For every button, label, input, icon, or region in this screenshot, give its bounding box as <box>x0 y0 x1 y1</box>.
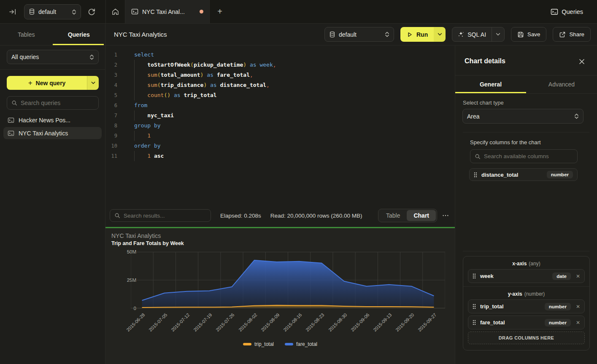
results-search-input[interactable]: Search results... <box>110 209 211 222</box>
database-selector[interactable]: default <box>24 4 81 19</box>
y-axis-column-trip_total[interactable]: trip_totalnumber✕ <box>468 299 585 313</box>
toolbar-database-selector[interactable]: default <box>324 27 394 42</box>
search-icon <box>11 100 17 106</box>
run-button[interactable]: Run <box>400 27 434 42</box>
editor-line: 11 1 asc <box>105 151 455 161</box>
query-icon <box>8 130 14 136</box>
column-name: distance_total <box>481 172 543 178</box>
query-item-label: NYC Taxi Analytics <box>19 130 68 137</box>
x-axis-header: x-axis(any) <box>463 261 589 267</box>
new-tab-button[interactable]: + <box>210 0 230 23</box>
view-toggle-chart[interactable]: Chart <box>407 210 436 221</box>
query-list-item[interactable]: Hacker News Pos... <box>3 114 102 126</box>
legend-item-fare_total[interactable]: fare_total <box>285 341 317 347</box>
x-axis-tick: 2015-07-05 <box>148 312 168 332</box>
sql-editor[interactable]: 1select2 toStartOfWeek(pickup_datetime) … <box>105 46 455 205</box>
new-query-options-button[interactable] <box>87 76 99 90</box>
view-toggle-table[interactable]: Table <box>379 210 407 221</box>
drag-handle-icon[interactable] <box>473 320 476 325</box>
y-axis-drop-area[interactable]: trip_totalnumber✕fare_totalnumber✕ <box>463 297 589 329</box>
editor-line: 10order by <box>105 141 455 151</box>
remove-icon[interactable]: ✕ <box>576 273 580 279</box>
x-axis-hint: (any) <box>529 261 540 267</box>
panel-tab-advanced[interactable]: Advanced <box>526 75 597 93</box>
y-axis-column-fare_total[interactable]: fare_totalnumber✕ <box>468 315 585 329</box>
home-tab-button[interactable] <box>105 0 125 23</box>
save-button[interactable]: Save <box>511 27 546 42</box>
remove-icon[interactable]: ✕ <box>576 320 580 326</box>
collapse-sidebar-button[interactable] <box>8 7 18 17</box>
drag-columns-drop-zone[interactable]: DRAG COLUMNS HERE <box>468 332 585 344</box>
x-axis-tick: 2015-08-09 <box>260 312 280 332</box>
x-axis-tick: 2015-09-13 <box>372 312 392 332</box>
query-filter-select[interactable]: All queries <box>7 50 99 64</box>
x-axis-tick: 2015-06-28 <box>125 312 146 332</box>
run-options-button[interactable] <box>434 27 446 42</box>
columns-search-input[interactable]: Search available columns <box>470 149 578 163</box>
sidebar-tab-tables[interactable]: Tables <box>0 24 53 45</box>
drag-handle-icon[interactable] <box>473 273 476 279</box>
line-number: 5 <box>105 90 117 100</box>
x-axis-tick: 2015-08-30 <box>327 312 348 332</box>
chart-type-value: Area <box>467 113 571 120</box>
results-bar: Search results... Elapsed: 0.208s Read: … <box>105 205 455 226</box>
legend-swatch <box>285 343 293 345</box>
share-button-label: Share <box>569 31 584 38</box>
chart-block: NYC Taxi Analytics Trip and Fare Totals … <box>105 228 455 364</box>
chart-type-select[interactable]: Area <box>462 109 583 124</box>
elapsed-stat: Elapsed: 0.208s <box>220 213 261 219</box>
axes-configuration-box: x-axis(any) weekdate✕ y-axis(number) tri… <box>463 256 590 351</box>
line-number: 1 <box>105 50 117 60</box>
tab-nyc-taxi-analytics[interactable]: NYC Taxi Anal... <box>125 0 210 23</box>
drag-handle-icon[interactable] <box>474 172 477 178</box>
database-selector-value: default <box>38 8 68 15</box>
sidebar-tab-queries[interactable]: Queries <box>53 24 105 45</box>
legend-label: trip_total <box>254 341 274 347</box>
x-axis-column-week[interactable]: weekdate✕ <box>468 269 585 283</box>
x-axis-tick: 2015-08-02 <box>238 312 258 332</box>
columns-search-placeholder: Search available columns <box>484 153 549 159</box>
available-column-distance_total[interactable]: distance_totalnumber <box>469 168 578 181</box>
editor-line: 7 nyc_taxi <box>105 111 455 121</box>
line-number: 11 <box>105 151 117 161</box>
panel-close-button[interactable] <box>578 57 586 66</box>
chevron-updown-icon <box>72 9 76 15</box>
query-icon <box>8 117 14 123</box>
share-button[interactable]: Share <box>553 27 591 42</box>
sql-ai-button[interactable]: SQL AI <box>452 27 492 41</box>
code-text: group by <box>122 121 161 131</box>
column-type-badge: number <box>547 171 573 178</box>
editor-line: 9 1 <box>105 131 455 141</box>
sidebar-search-input[interactable]: Search queries <box>7 96 99 110</box>
x-axis-drop-area[interactable]: weekdate✕ <box>463 267 589 283</box>
chart-type-label: Select chart type <box>463 100 504 106</box>
drag-handle-icon[interactable] <box>473 304 476 309</box>
toolbar: default Run SQL AI <box>324 27 591 42</box>
queries-icon <box>551 8 558 15</box>
code-text: count() as trip_total <box>122 90 217 100</box>
line-number: 3 <box>105 70 117 80</box>
play-icon <box>406 31 413 38</box>
chart-title: NYC Taxi Analytics <box>111 232 161 239</box>
line-number: 2 <box>105 60 117 70</box>
query-list: Hacker News Pos...NYC Taxi Analytics <box>3 114 102 140</box>
new-query-button[interactable]: + New query <box>7 76 87 90</box>
refresh-button[interactable] <box>86 7 97 17</box>
database-icon <box>329 31 335 38</box>
results-more-button[interactable] <box>442 214 449 217</box>
code-text: 1 <box>122 131 151 141</box>
panel-title: Chart details <box>465 57 505 65</box>
chart-subtitle: Trip and Fare Totals by Week <box>111 240 184 246</box>
editor-line: 6from <box>105 100 455 111</box>
chevron-updown-icon <box>574 113 579 119</box>
sql-ai-options-button[interactable] <box>492 27 504 41</box>
queries-panel-button[interactable]: Queries <box>551 6 583 18</box>
chart-plot <box>131 252 445 308</box>
run-button-group: Run <box>400 27 446 42</box>
remove-icon[interactable]: ✕ <box>576 304 580 310</box>
line-number: 9 <box>105 131 117 141</box>
y-axis-hint: (number) <box>524 291 545 297</box>
panel-tab-general[interactable]: General <box>455 75 526 93</box>
legend-item-trip_total[interactable]: trip_total <box>243 341 274 347</box>
query-list-item[interactable]: NYC Taxi Analytics <box>3 127 102 139</box>
